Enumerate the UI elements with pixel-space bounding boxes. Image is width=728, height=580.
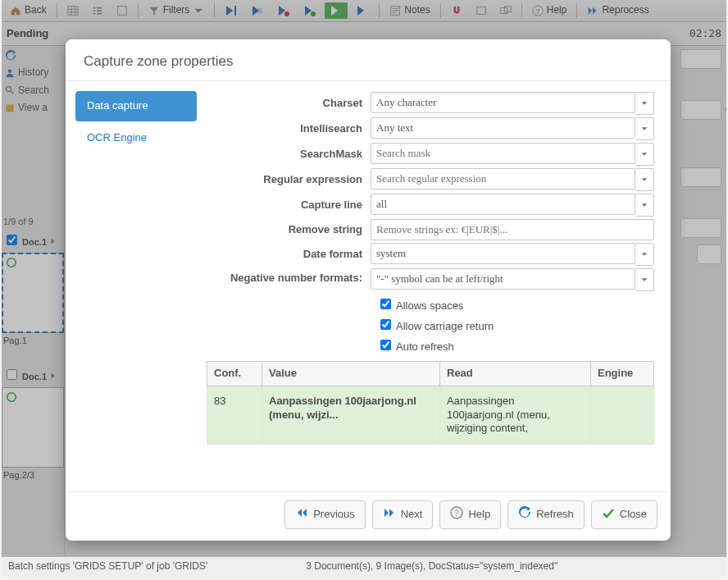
col-read: Read: [440, 361, 591, 386]
tab-ocrengine[interactable]: OCR Engine: [75, 123, 197, 153]
modal-title: Capture zone properties: [66, 39, 671, 80]
next-button[interactable]: Next: [372, 500, 434, 529]
intelli-select[interactable]: Any text: [371, 117, 635, 139]
check-cr[interactable]: Allow carriage return: [377, 317, 654, 334]
check-spaces[interactable]: Allows spaces: [377, 296, 654, 313]
status-bar: Batch settings 'GRIDS SETUP' of job 'GRI…: [2, 556, 726, 577]
capline-caret[interactable]: [635, 194, 654, 217]
refresh-icon: [518, 506, 531, 523]
check-icon: [602, 506, 615, 523]
modal-footer: Previous Next ? Help Refresh Close: [66, 491, 671, 541]
charset-label: Charset: [207, 97, 362, 111]
tab-datacapture[interactable]: Data capture: [75, 91, 197, 121]
table-row[interactable]: 83 Aanpassingen 100jaarjong.nl (menu, wi…: [207, 386, 654, 445]
datefmt-caret[interactable]: [635, 243, 654, 266]
status-right: 3 Document(s), 9 Image(s), DocStatus="sy…: [306, 560, 557, 573]
mask-label: SearchMask: [207, 148, 362, 162]
datefmt-select[interactable]: system: [371, 243, 635, 264]
col-value: Value: [262, 361, 440, 386]
cell-conf: 83: [207, 386, 262, 445]
regex-label: Regular expression: [207, 173, 362, 187]
cell-value: Aanpassingen 100jaarjong.nl (menu, wijzi…: [262, 386, 440, 445]
help-button-modal[interactable]: ? Help: [439, 500, 501, 529]
intelli-label: Intellisearch: [207, 122, 362, 136]
mask-caret[interactable]: [635, 143, 654, 166]
cell-engine: [591, 386, 654, 445]
modal-form: Charset Intellisearch Any text SearchMas…: [202, 81, 671, 491]
previous-button[interactable]: Previous: [284, 500, 366, 529]
col-conf: Conf.: [207, 361, 262, 386]
negfmt-caret[interactable]: [635, 268, 654, 291]
mask-input[interactable]: [371, 143, 635, 164]
regex-caret[interactable]: [635, 168, 654, 191]
negfmt-select[interactable]: "-" symbol can be at left/right: [371, 268, 635, 290]
help-icon: ?: [450, 506, 463, 523]
charset-input[interactable]: [371, 92, 635, 113]
remove-label: Remove string: [207, 223, 362, 237]
check-auto-box[interactable]: [380, 340, 391, 350]
close-button[interactable]: Close: [591, 500, 657, 529]
double-chevron-right-icon: [383, 506, 396, 523]
svg-text:?: ?: [455, 509, 460, 518]
results-table: Conf. Value Read Engine 83 Aanpassingen …: [207, 361, 654, 445]
col-engine: Engine: [591, 361, 654, 386]
check-cr-box[interactable]: [380, 319, 391, 330]
cell-read: Aanpassingen 100jaarjong.nl (menu, wijzi…: [440, 386, 591, 445]
intelli-caret[interactable]: [635, 117, 654, 140]
charset-caret[interactable]: [635, 92, 654, 115]
status-left: Batch settings 'GRIDS SETUP' of job 'GRI…: [8, 560, 207, 573]
modal-tabs: Data capture OCR Engine: [66, 81, 202, 491]
app-screen: Back Filters Notes ? Help: [2, 0, 726, 577]
capture-zone-modal: Capture zone properties Data capture OCR…: [66, 39, 671, 541]
capline-select[interactable]: all: [371, 194, 635, 215]
datefmt-label: Date format: [207, 248, 362, 262]
double-chevron-left-icon: [295, 506, 308, 523]
remove-input[interactable]: [371, 219, 654, 240]
refresh-button[interactable]: Refresh: [507, 500, 585, 529]
regex-input[interactable]: [371, 168, 635, 190]
check-spaces-box[interactable]: [380, 299, 391, 309]
check-auto[interactable]: Auto refresh: [377, 337, 654, 354]
negfmt-label: Negative number formats:: [207, 268, 362, 285]
capline-label: Capture line: [207, 199, 362, 212]
